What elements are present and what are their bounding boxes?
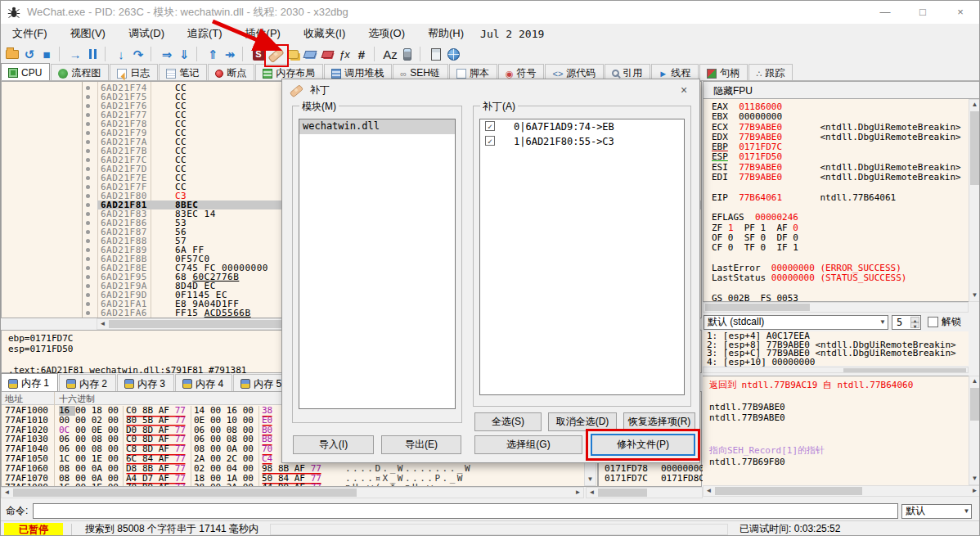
breakpoint-bullet[interactable] [86,158,90,162]
patch-file-button[interactable]: 修补文件(P) [591,434,695,456]
register-line[interactable]: LastStatus 00000000 (STATUS_SUCCESS) [712,273,980,283]
tab-CPU[interactable]: CPU [1,63,50,80]
patch-checkbox[interactable]: ✓ [485,136,495,146]
stack-comment-line[interactable]: ntdll.77B9ABE0 [709,412,969,423]
arguments-hscrollbar[interactable] [703,367,969,373]
module-list[interactable]: wechatwin.dll [299,119,456,409]
menu-item[interactable]: 选项(O) [357,25,416,43]
breakpoint-bullet[interactable] [86,311,90,315]
register-line[interactable]: EIP 77B64061 ntdll.77B64061 [712,193,980,203]
breakpoint-bullet[interactable] [86,302,90,306]
step-into-icon[interactable]: ↓ [113,45,129,63]
step-out-icon[interactable]: ⇓ [176,45,192,63]
tab-SEH链[interactable]: ∞SEH链 [393,64,448,80]
import-button[interactable]: 导入(I) [293,435,374,454]
breakpoint-bullet[interactable] [86,266,90,270]
tab-线程[interactable]: ►线程 [651,64,699,80]
run-to-cursor-icon[interactable]: ⇒ [159,45,175,63]
stack-comment-pane[interactable]: 返回到 ntdll.77B9AC19 自 ntdll.77B64060 ntdl… [703,376,969,485]
tab-日志[interactable]: 日志 [110,64,158,80]
breakpoint-bullet[interactable] [86,113,90,117]
stack-comment-line[interactable] [709,435,969,445]
open-file-icon[interactable] [4,45,20,63]
patch-list[interactable]: ✓0|6A7F1AD9:74->EB✓1|6AD21F80:55->C3 [479,119,685,395]
breakpoint-bullet[interactable] [86,239,90,243]
stack-comment-line[interactable]: 返回到 ntdll.77B9AC19 自 ntdll.77B64060 [709,380,969,390]
select-all-button[interactable]: 全选(S) [474,412,542,431]
breakpoint-bullet[interactable] [86,140,90,144]
tab-内存3[interactable]: 内存 3 [117,374,174,391]
tab-内存布局[interactable]: 内存布局 [255,64,323,80]
stack-comment-line[interactable]: 指向SEH_Record[1]的指针 [709,445,969,456]
stack-comment-line[interactable]: ntdll.77B9ABE0 [709,402,969,412]
dialog-close-icon[interactable]: × [677,83,691,97]
menu-item[interactable]: 文件(F) [1,25,59,43]
argument-line[interactable]: 4: [esp+10] 00000000 [707,358,969,367]
arg-count-stepper[interactable]: 5 ▲ ▼ [892,315,921,330]
maximize-button[interactable]: □ [909,4,937,20]
registers-pane[interactable]: EAX 01186000EBX 00000000ECX 77B9ABE0 <nt… [703,99,980,302]
stop-icon[interactable]: ■ [38,45,55,63]
breakpoint-bullet[interactable] [86,203,90,207]
restore-selected-button[interactable]: 恢复选择项(R) [623,412,695,431]
hide-fpu-button[interactable]: 隐藏FPU [703,81,980,99]
breakpoint-bullet[interactable] [86,221,90,225]
calculator-icon[interactable] [428,45,444,63]
breakpoint-bullet[interactable] [86,167,90,171]
menu-item[interactable]: 视图(V) [59,25,117,43]
restart-icon[interactable]: ↺ [21,45,38,63]
tab-脚本[interactable]: 脚本 [449,64,497,80]
register-line[interactable]: EDI 77B9ABE0 <ntdll.DbgUiRemoteBreakin> [712,173,980,182]
breakpoint-bullet[interactable] [86,122,90,126]
tab-断点[interactable]: 断点 [208,64,254,80]
step-over-icon[interactable]: ↷ [130,45,146,63]
registers-hscrollbar[interactable] [703,302,969,313]
menu-item[interactable]: 收藏夹(I) [292,25,357,43]
registers-vscrollbar[interactable]: ▲ ▼ [969,99,980,302]
arguments-pane[interactable]: 1: [esp+4] A0C17EEA2: [esp+8] 77B9ABE0 <… [703,331,969,366]
execute-till-return-icon[interactable]: ⇑ [205,45,221,63]
strings-icon[interactable]: S [250,45,267,63]
stack-hscrollbar[interactable]: ◄ [586,487,703,498]
tab-内存4[interactable]: 内存 4 [175,374,232,391]
stepper-up-icon[interactable]: ▲ [910,317,919,322]
tab-引用[interactable]: 引用 [605,64,650,80]
command-input[interactable] [33,503,898,519]
breakpoint-bullet[interactable] [86,95,90,99]
stack-comment-line[interactable] [709,390,969,401]
calling-convention-select[interactable]: 默认 (stdcall) ▼ [704,315,888,330]
run-icon[interactable]: → [67,45,83,63]
comments-icon[interactable] [285,45,301,63]
close-button[interactable]: × [946,4,974,20]
labels-icon[interactable] [302,45,318,63]
menu-item[interactable]: 插件(P) [234,25,292,43]
tab-笔记[interactable]: 笔记 [159,64,207,80]
stack-comment-hscrollbar[interactable]: ◄ ► [703,485,980,497]
menu-item[interactable]: 追踪(T) [176,25,234,43]
export-button[interactable]: 导出(E) [381,435,461,454]
register-line[interactable]: CF 0 TF 0 IF 1 [712,243,980,253]
breakpoint-bullet[interactable] [86,293,90,297]
breakpoint-bullet[interactable] [86,230,90,234]
breakpoint-bullet[interactable] [86,185,90,189]
bookmarks-icon[interactable] [319,45,335,63]
command-profile-select[interactable]: 默认 ▼ [901,504,972,519]
dump-row[interactable]: 77AF10801C 00 1E 0070 D9 AF 7728 00 2A 0… [2,483,584,486]
unlock-checkbox[interactable] [928,317,938,327]
dump-hscrollbar[interactable]: ◄ ► [1,487,584,498]
patch-icon[interactable] [267,45,284,63]
breakpoint-bullet[interactable] [86,275,90,279]
stack-comment-line[interactable] [709,424,969,435]
modules-icon[interactable] [399,45,416,63]
breakpoint-bullet[interactable] [86,284,90,288]
tab-跟踪[interactable]: ∴跟踪 [748,64,793,80]
breakpoint-bullet[interactable] [86,176,90,180]
tab-流程图[interactable]: 流程图 [51,64,109,80]
stepper-down-icon[interactable]: ▼ [910,322,919,328]
globe-icon[interactable] [445,45,461,63]
tab-符号[interactable]: ◉符号 [498,64,545,80]
title-bar[interactable]: WeChat.exe - PID: 263C - 模块: wechatwin.d… [1,1,980,24]
breakpoint-bullet[interactable] [86,212,90,216]
snowman-icon[interactable]: # [353,45,370,63]
tab-句柄[interactable]: 句柄 [699,64,748,80]
